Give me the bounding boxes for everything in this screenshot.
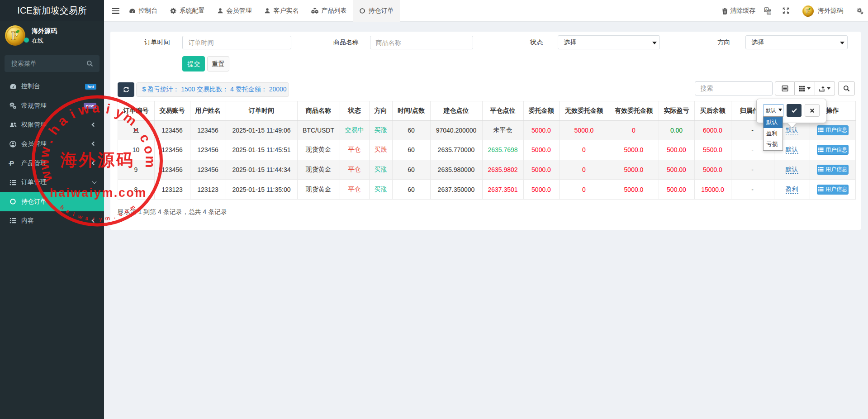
svg-text:.: . [41, 136, 56, 145]
svg-text:i: i [93, 216, 95, 222]
svg-text:a: a [85, 215, 89, 222]
svg-text:w: w [38, 169, 55, 184]
svg-text:海外源码: 海外源码 [60, 151, 135, 169]
svg-text:a: a [92, 100, 100, 115]
svg-text:w: w [36, 158, 52, 171]
svg-text:c: c [118, 211, 123, 218]
svg-text:w: w [77, 213, 84, 221]
svg-text:w: w [76, 101, 91, 118]
svg-text:m: m [104, 215, 110, 222]
svg-text:m: m [143, 156, 158, 168]
svg-text:o: o [141, 144, 157, 155]
svg-text:m: m [128, 204, 136, 212]
svg-text:i: i [67, 106, 78, 121]
svg-text:i: i [72, 211, 76, 218]
svg-text:w: w [37, 145, 53, 159]
svg-text:a: a [65, 208, 71, 215]
svg-text:h: h [59, 204, 65, 211]
svg-text:haiwaiym.com: haiwaiym.com [50, 186, 147, 200]
svg-text:c: c [137, 132, 154, 145]
svg-text:y: y [99, 216, 103, 222]
svg-text:a: a [55, 113, 70, 129]
svg-text:o: o [123, 208, 129, 215]
svg-text:i: i [105, 101, 112, 116]
svg-text:.: . [113, 214, 116, 220]
